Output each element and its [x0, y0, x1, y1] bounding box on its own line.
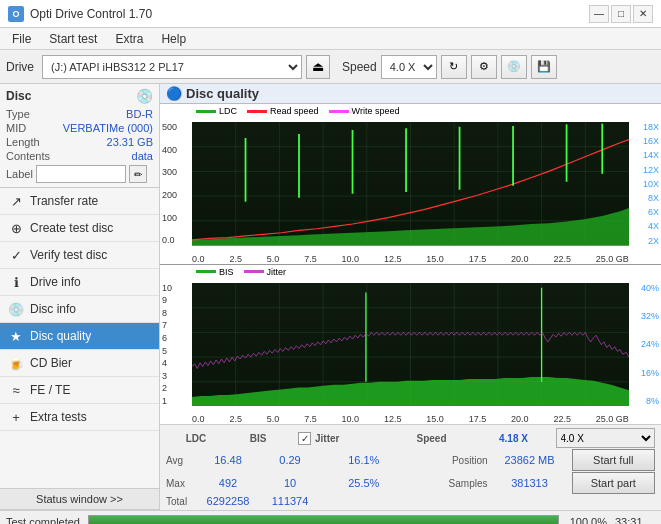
start-part-button[interactable]: Start part: [572, 472, 656, 494]
speed-current: Speed: [392, 433, 472, 444]
lower-y-axis-left: 10 9 8 7 6 5 4 3 2 1: [160, 283, 192, 407]
max-label: Max: [166, 478, 196, 489]
extra-tests-icon: +: [8, 409, 24, 425]
sidebar-item-verify-test-disc[interactable]: ✓ Verify test disc: [0, 242, 159, 269]
col-bis-header: BIS: [228, 433, 288, 444]
title-bar: O Opti Drive Control 1.70 — □ ✕: [0, 0, 661, 28]
jitter-label: Jitter: [315, 433, 339, 444]
write-color: [329, 110, 349, 113]
maximize-button[interactable]: □: [611, 5, 631, 23]
progress-area: Test completed 100.0% 33:31: [0, 510, 661, 524]
avg-row: Avg 16.48 0.29 16.1% Position 23862 MB S…: [166, 449, 655, 471]
progress-bar-container: [88, 515, 559, 525]
speed-current-value: 4.18 X: [474, 433, 554, 444]
drive-select[interactable]: (J:) ATAPI iHBS312 2 PL17: [42, 55, 302, 79]
disc-quality-icon: ★: [8, 328, 24, 344]
avg-ldc: 16.48: [198, 454, 258, 466]
disc-type-label: Type: [6, 108, 30, 120]
main-area: Disc 💿 Type BD-R MID VERBATIMe (000) Len…: [0, 84, 661, 510]
lower-chart: BIS Jitter 10 9 8 7 6 5 4: [160, 265, 661, 425]
app-icon: O: [8, 6, 24, 22]
jitter-checkbox[interactable]: ✓: [298, 432, 311, 445]
disc-label-row: Label ✏: [6, 165, 153, 183]
window-controls: — □ ✕: [589, 5, 653, 23]
save-button[interactable]: 💾: [531, 55, 557, 79]
menu-bar: File Start test Extra Help: [0, 28, 661, 50]
menu-extra[interactable]: Extra: [107, 30, 151, 48]
disc-label-label: Label: [6, 168, 33, 180]
sidebar-item-disc-quality[interactable]: ★ Disc quality: [0, 323, 159, 350]
drive-label: Drive: [6, 60, 34, 74]
samples-value: 381313: [490, 477, 570, 489]
speed-select[interactable]: 4.0 X: [381, 55, 437, 79]
status-window-button[interactable]: Status window >>: [0, 488, 159, 510]
disc-type-value: BD-R: [126, 108, 153, 120]
legend-bis: BIS: [196, 267, 234, 277]
chart-title: Disc quality: [186, 86, 259, 101]
progress-bar-fill: [89, 516, 558, 525]
sidebar-item-create-test-disc[interactable]: ⊕ Create test disc: [0, 215, 159, 242]
close-button[interactable]: ✕: [633, 5, 653, 23]
max-ldc: 492: [198, 477, 258, 489]
menu-help[interactable]: Help: [153, 30, 194, 48]
disc-label-input[interactable]: [36, 165, 126, 183]
total-ldc: 6292258: [198, 495, 258, 507]
status-label: Test completed: [6, 516, 80, 525]
chart-header: 🔵 Disc quality: [160, 84, 661, 104]
lower-chart-svg: [192, 283, 629, 407]
settings-button[interactable]: ⚙: [471, 55, 497, 79]
read-color: [247, 110, 267, 113]
avg-bis: 0.29: [260, 454, 320, 466]
progress-percent: 100.0%: [567, 516, 607, 525]
lower-y-axis-right: 40% 32% 24% 16% 8%: [629, 283, 661, 407]
stats-area: LDC BIS ✓ Jitter Speed 4.18 X 4.0 X Avg: [160, 424, 661, 510]
label-edit-button[interactable]: ✏: [129, 165, 147, 183]
verify-test-disc-icon: ✓: [8, 247, 24, 263]
drive-info-icon: ℹ: [8, 274, 24, 290]
refresh-button[interactable]: ↻: [441, 55, 467, 79]
progress-time: 33:31: [615, 516, 655, 525]
max-jitter: 25.5%: [322, 477, 406, 489]
eject-button[interactable]: ⏏: [306, 55, 330, 79]
disc-icon: 💿: [136, 88, 153, 104]
speed-select-stats[interactable]: 4.0 X: [556, 428, 656, 448]
total-label: Total: [166, 496, 196, 507]
disc-type-row: Type BD-R: [6, 108, 153, 120]
disc-info-icon: 💿: [8, 301, 24, 317]
sidebar-item-transfer-rate[interactable]: ↗ Transfer rate: [0, 188, 159, 215]
minimize-button[interactable]: —: [589, 5, 609, 23]
app-title: Opti Drive Control 1.70: [30, 7, 152, 21]
upper-x-axis: 0.0 2.5 5.0 7.5 10.0 12.5 15.0 17.5 20.0…: [192, 254, 629, 264]
sidebar-item-fe-te[interactable]: ≈ FE / TE: [0, 377, 159, 404]
disc-header: Disc 💿: [6, 88, 153, 104]
sidebar-item-extra-tests[interactable]: + Extra tests: [0, 404, 159, 431]
title-bar-left: O Opti Drive Control 1.70: [8, 6, 152, 22]
bis-color: [196, 270, 216, 273]
position-value: 23862 MB: [490, 454, 570, 466]
avg-jitter: 16.1%: [322, 454, 406, 466]
ldc-color: [196, 110, 216, 113]
position-label: Position: [408, 455, 488, 466]
disc-button[interactable]: 💿: [501, 55, 527, 79]
disc-mid-label: MID: [6, 122, 26, 134]
legend-read: Read speed: [247, 106, 319, 116]
jitter-checkbox-area: ✓ Jitter: [290, 432, 390, 445]
disc-mid-row: MID VERBATIMe (000): [6, 122, 153, 134]
charts-container: LDC Read speed Write speed 500 400: [160, 104, 661, 424]
menu-start-test[interactable]: Start test: [41, 30, 105, 48]
legend-write: Write speed: [329, 106, 400, 116]
max-row: Max 492 10 25.5% Samples 381313 Start pa…: [166, 472, 655, 494]
menu-file[interactable]: File: [4, 30, 39, 48]
lower-x-axis: 0.0 2.5 5.0 7.5 10.0 12.5 15.0 17.5 20.0…: [192, 414, 629, 424]
col-ldc-header: LDC: [166, 433, 226, 444]
max-bis: 10: [260, 477, 320, 489]
sidebar-item-drive-info[interactable]: ℹ Drive info: [0, 269, 159, 296]
create-test-disc-icon: ⊕: [8, 220, 24, 236]
sidebar-item-cd-bier[interactable]: 🍺 CD Bier: [0, 350, 159, 377]
upper-chart: LDC Read speed Write speed 500 400: [160, 104, 661, 265]
sidebar-item-disc-info[interactable]: 💿 Disc info: [0, 296, 159, 323]
cd-bier-icon: 🍺: [8, 355, 24, 371]
disc-panel: Disc 💿 Type BD-R MID VERBATIMe (000) Len…: [0, 84, 159, 188]
upper-y-axis-left: 500 400 300 200 100 0.0: [160, 122, 192, 246]
start-full-button[interactable]: Start full: [572, 449, 656, 471]
